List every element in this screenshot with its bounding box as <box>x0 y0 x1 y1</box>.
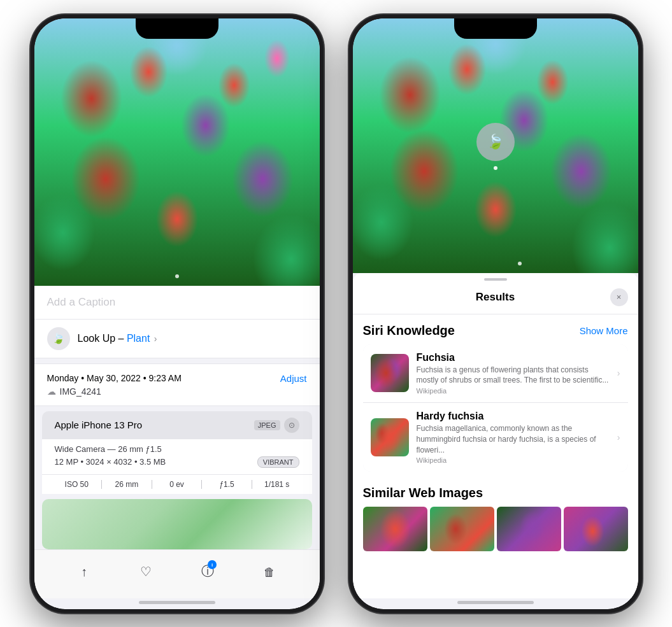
photo-page-dot <box>175 274 179 278</box>
close-icon: × <box>617 292 622 302</box>
siri-knowledge-section: Siri Knowledge Show More Fuchsia Fuchsia… <box>353 314 638 477</box>
delete-button[interactable] <box>255 558 283 586</box>
web-images-section: Similar Web Images <box>353 477 638 556</box>
knowledge-card: Fuchsia Fuchsia is a genus of flowering … <box>363 344 628 472</box>
siri-knowledge-title: Siri Knowledge <box>363 323 455 338</box>
camera-detail: Wide Camera — 26 mm ƒ1.5 <box>55 444 299 454</box>
favorite-button[interactable] <box>132 558 160 586</box>
notch-2 <box>454 18 537 39</box>
hardy-fuchsia-thumbnail <box>371 418 409 456</box>
info-badge: i <box>208 560 217 569</box>
device-name: Apple iPhone 13 Pro <box>55 419 143 430</box>
trash-icon <box>264 563 275 580</box>
fuchsia-chevron: › <box>617 368 620 378</box>
fuchsia-info: Fuchsia Fuchsia is a genus of flowering … <box>417 352 610 395</box>
hardy-fuchsia-source: Wikipedia <box>417 456 610 464</box>
fuchsia-desc: Fuchsia is a genus of flowering plants t… <box>417 365 610 386</box>
meta-filename: IMG_4241 <box>60 386 101 397</box>
knowledge-item-hardy-fuchsia[interactable]: Hardy fuchsia Fuchsia magellanica, commo… <box>363 403 628 472</box>
lookup-row[interactable]: 🍃 Look Up – Plant › <box>34 320 320 358</box>
photo-1[interactable] <box>34 18 320 286</box>
exif-iso: ISO 50 <box>55 480 99 489</box>
hardy-fuchsia-name: Hardy fuchsia <box>417 411 610 422</box>
exif-focal: 26 mm <box>104 480 149 489</box>
info-icon-wrapper: i <box>201 563 214 580</box>
photo-page-dot-2 <box>518 262 522 265</box>
web-images-title: Similar Web Images <box>363 486 628 500</box>
device-section: Apple iPhone 13 Pro JPEG ⊙ Wide Camera —… <box>34 411 320 494</box>
results-sheet: Results × Siri Knowledge Show More <box>353 273 638 598</box>
home-indicator-2 <box>457 601 534 604</box>
meta-section: Monday • May 30, 2022 • 9:23 AM Adjust ☁… <box>34 363 320 406</box>
device-header: Apple iPhone 13 Pro JPEG ⊙ <box>42 411 312 439</box>
share-button[interactable] <box>70 558 98 586</box>
specs-detail: 12 MP • 3024 × 4032 • 3.5 MB <box>55 457 166 467</box>
lookup-chevron: › <box>154 334 157 344</box>
share-icon <box>81 563 87 580</box>
sheet-title: Results <box>381 291 610 304</box>
web-image-2[interactable] <box>430 507 494 551</box>
notch-1 <box>136 18 218 39</box>
camera-settings-icon[interactable]: ⊙ <box>284 418 299 433</box>
home-indicator <box>139 601 215 604</box>
web-image-3[interactable] <box>497 507 561 551</box>
show-more-button[interactable]: Show More <box>580 325 628 336</box>
exif-row: ISO 50 26 mm 0 ev ƒ1.5 1/181 s <box>42 474 312 494</box>
heart-icon <box>140 563 152 580</box>
leaf-icon: 🍃 <box>47 327 70 350</box>
fuchsia-name: Fuchsia <box>417 352 610 363</box>
visual-lookup-button[interactable]: 🍃 <box>476 123 515 161</box>
vibrant-badge: VIBRANT <box>257 456 299 468</box>
map-area[interactable] <box>42 499 312 549</box>
toolbar: i <box>34 549 320 598</box>
jpeg-badge: JPEG <box>254 420 280 430</box>
fuchsia-thumbnail <box>371 354 409 392</box>
meta-date: Monday • May 30, 2022 • 9:23 AM <box>47 373 182 383</box>
exif-shutter: 1/181 s <box>255 480 299 489</box>
visual-lookup-dot <box>494 166 497 170</box>
info-button[interactable]: i <box>194 558 222 586</box>
fuchsia-source: Wikipedia <box>417 387 610 395</box>
cloud-icon: ☁ <box>47 386 56 397</box>
caption-placeholder: Add a Caption <box>47 296 116 308</box>
exif-aperture: ƒ1.5 <box>204 480 249 489</box>
hardy-fuchsia-chevron: › <box>617 432 620 442</box>
phone-2: 🍃 Results × <box>349 15 642 613</box>
sheet-header: Results × <box>353 283 638 314</box>
sheet-handle <box>484 278 507 281</box>
caption-area[interactable]: Add a Caption <box>34 286 320 320</box>
device-detail: Wide Camera — 26 mm ƒ1.5 12 MP • 3024 × … <box>42 439 312 474</box>
web-image-1[interactable] <box>363 507 427 551</box>
hardy-fuchsia-info: Hardy fuchsia Fuchsia magellanica, commo… <box>417 411 610 464</box>
web-image-4[interactable] <box>564 507 628 551</box>
adjust-button[interactable]: Adjust <box>280 373 307 384</box>
photo-2[interactable]: 🍃 <box>353 18 638 273</box>
hardy-fuchsia-desc: Fuchsia magellanica, commonly known as t… <box>417 423 610 455</box>
knowledge-item-fuchsia[interactable]: Fuchsia Fuchsia is a genus of flowering … <box>363 344 628 404</box>
exif-ev: 0 ev <box>155 480 199 489</box>
close-button[interactable]: × <box>610 288 628 306</box>
web-images-row <box>363 507 628 551</box>
phone-1: Add a Caption 🍃 Look Up – Plant › <box>31 15 324 613</box>
lookup-label: Look Up – Plant › <box>78 333 157 344</box>
